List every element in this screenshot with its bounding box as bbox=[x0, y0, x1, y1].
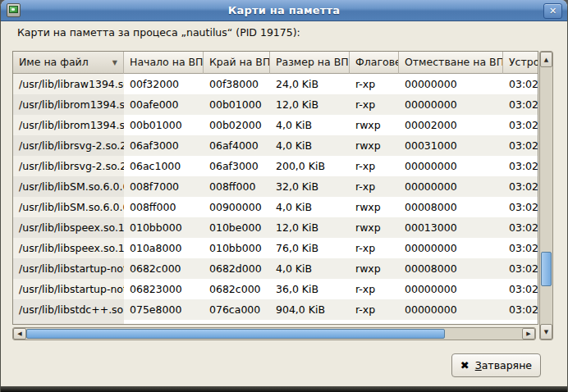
table-cell: 00000000 bbox=[399, 94, 503, 115]
column-header[interactable]: Устройство bbox=[503, 52, 538, 74]
table-cell: rwxp bbox=[350, 135, 399, 156]
table-cell: 076ca000 bbox=[204, 299, 270, 320]
table-cell: 76,0 KiB bbox=[270, 238, 350, 258]
scroll-down-icon[interactable]: ▼ bbox=[540, 324, 552, 340]
column-header[interactable]: Край на ВП bbox=[204, 52, 270, 74]
table-cell: 00000000 bbox=[399, 299, 503, 320]
table-cell: 00002000 bbox=[399, 115, 503, 135]
scroll-up-icon[interactable]: ▲ bbox=[540, 52, 552, 67]
table-cell: 4,0 KiB bbox=[270, 258, 350, 279]
table-cell: r-xp bbox=[350, 238, 399, 258]
table-cell: /usr/lib/librsvg-2.so.2 bbox=[13, 135, 124, 156]
column-header[interactable]: Отместване на ВП bbox=[399, 52, 503, 74]
table-row[interactable]: /usr/lib/libspeex.so.1010a8000010bb00076… bbox=[13, 238, 538, 258]
table-cell: 010a8000 bbox=[124, 238, 204, 258]
table-cell: 12,0 KiB bbox=[270, 217, 350, 238]
table-cell: 008ff000 bbox=[204, 176, 270, 197]
table-cell: 00000000 bbox=[399, 74, 503, 94]
monitor-screen bbox=[9, 6, 18, 13]
scroll-right-icon[interactable]: ▶ bbox=[522, 328, 535, 340]
table-cell: /usr/lib/libSM.so.6.0.0 bbox=[13, 197, 124, 217]
column-header-label: Име на файл bbox=[19, 56, 89, 68]
table-cell: 00031000 bbox=[399, 135, 503, 156]
table-cell: /usr/lib/librsvg-2.so.2 bbox=[13, 156, 124, 176]
table-cell: 03:02 bbox=[503, 115, 538, 135]
table-row[interactable]: /usr/lib/libSM.so.6.0.0008ff000009000004… bbox=[13, 197, 538, 217]
table-row[interactable]: /usr/lib/libraw1394.so00f3200000f3800024… bbox=[13, 74, 538, 94]
vertical-scrollbar-thumb[interactable] bbox=[541, 252, 552, 286]
column-header-label: Размер на ВП bbox=[276, 56, 349, 68]
table-cell: 4,0 KiB bbox=[270, 135, 350, 156]
table-cell: /usr/lib/libraw1394.so bbox=[13, 74, 124, 94]
column-header-label: Устройство bbox=[509, 56, 538, 68]
table-row[interactable]: /usr/lib/libstartup-not068230000682c0003… bbox=[13, 279, 538, 299]
horizontal-scrollbar[interactable]: ◀ ▶ bbox=[12, 327, 536, 340]
titlebar: Карти на паметта ✕ bbox=[1, 0, 567, 21]
table-row[interactable]: /usr/lib/libspeex.so.1010bb000010be00012… bbox=[13, 217, 538, 238]
table-cell: 010bb000 bbox=[204, 238, 270, 258]
table-cell: 03:02 bbox=[503, 238, 538, 258]
table-cell: 010bb000 bbox=[124, 217, 204, 238]
table-cell: r-xp bbox=[350, 156, 399, 176]
table-cell: 00008000 bbox=[399, 258, 503, 279]
table-cell: 03:02 bbox=[503, 176, 538, 197]
table-row[interactable]: /usr/lib/librsvg-2.so.206ac100006af30002… bbox=[13, 156, 538, 176]
vertical-scrollbar[interactable]: ▲ ▼ bbox=[539, 51, 553, 340]
table-cell: r-xp bbox=[350, 74, 399, 94]
table-cell: 00000000 bbox=[399, 279, 503, 299]
sort-indicator-icon: ▼ bbox=[112, 52, 117, 74]
table-cell: /usr/lib/libstartup-not bbox=[13, 258, 124, 279]
table-body: /usr/lib/libraw1394.so00f3200000f3800024… bbox=[13, 74, 538, 320]
table-cell: 00900000 bbox=[204, 197, 270, 217]
table-row[interactable]: /usr/lib/librsvg-2.so.206af300006af40004… bbox=[13, 135, 538, 156]
close-dialog-button[interactable]: ✖ Затваряне bbox=[451, 353, 541, 377]
table-cell: /usr/lib/libSM.so.6.0.0 bbox=[13, 176, 124, 197]
table-cell: 00013000 bbox=[399, 217, 503, 238]
table-row[interactable]: /usr/lib/libstdc++.so.075e8000076ca00090… bbox=[13, 299, 538, 320]
table-cell: 03:02 bbox=[503, 135, 538, 156]
table-cell: 00f38000 bbox=[204, 74, 270, 94]
table-header-row: Име на файл▼Начало на ВПКрай на ВПРазмер… bbox=[13, 52, 538, 74]
scroll-left-icon[interactable]: ◀ bbox=[13, 328, 26, 340]
column-header-label: Начало на ВП bbox=[130, 56, 204, 68]
table-cell: 06af4000 bbox=[204, 135, 270, 156]
table-cell: 4,0 KiB bbox=[270, 115, 350, 135]
table-cell: 06ac1000 bbox=[124, 156, 204, 176]
table-row[interactable]: /usr/lib/libSM.so.6.0.0008f7000008ff0003… bbox=[13, 176, 538, 197]
table-cell: r-xp bbox=[350, 94, 399, 115]
column-header-label: Отместване на ВП bbox=[405, 56, 503, 68]
table-cell: 00000000 bbox=[399, 238, 503, 258]
table-row[interactable]: /usr/lib/libstartup-not0682c0000682d0004… bbox=[13, 258, 538, 279]
close-x-icon: ✖ bbox=[460, 359, 470, 371]
table-cell: 0682c000 bbox=[204, 279, 270, 299]
column-header[interactable]: Флагове bbox=[350, 52, 399, 74]
table-cell: 24,0 KiB bbox=[270, 74, 350, 94]
table-cell: rwxp bbox=[350, 258, 399, 279]
table-cell: rwxp bbox=[350, 197, 399, 217]
window-close-icon[interactable]: ✕ bbox=[543, 3, 562, 19]
process-maps-label: Карти на паметта за процеса „nautilus“ (… bbox=[17, 26, 300, 39]
table-cell: 06af3000 bbox=[204, 156, 270, 176]
table-cell: 32,0 KiB bbox=[270, 176, 350, 197]
table-cell: /usr/lib/libspeex.so.1 bbox=[13, 217, 124, 238]
table-cell: 00b01000 bbox=[124, 115, 204, 135]
system-monitor-icon bbox=[7, 3, 21, 17]
table-cell: 00afe000 bbox=[124, 94, 204, 115]
column-header[interactable]: Размер на ВП bbox=[270, 52, 350, 74]
table-cell: 00b02000 bbox=[204, 115, 270, 135]
table-cell: 06af3000 bbox=[124, 135, 204, 156]
table-cell: 03:02 bbox=[503, 217, 538, 238]
table-cell: 904,0 KiB bbox=[270, 299, 350, 320]
table-cell: 0682d000 bbox=[204, 258, 270, 279]
horizontal-scrollbar-thumb[interactable] bbox=[26, 329, 445, 339]
table-cell: 008f7000 bbox=[124, 176, 204, 197]
table-row[interactable]: /usr/lib/librom1394.s00b0100000b020004,0… bbox=[13, 115, 538, 135]
table-cell: 4,0 KiB bbox=[270, 197, 350, 217]
table-cell: 00000000 bbox=[399, 156, 503, 176]
table-cell: r-xp bbox=[350, 176, 399, 197]
table-cell: /usr/lib/libspeex.so.1 bbox=[13, 238, 124, 258]
table-cell: 12,0 KiB bbox=[270, 94, 350, 115]
table-row[interactable]: /usr/lib/librom1394.s00afe00000b0100012,… bbox=[13, 94, 538, 115]
column-header[interactable]: Начало на ВП bbox=[124, 52, 204, 74]
column-header[interactable]: Име на файл▼ bbox=[13, 52, 124, 74]
